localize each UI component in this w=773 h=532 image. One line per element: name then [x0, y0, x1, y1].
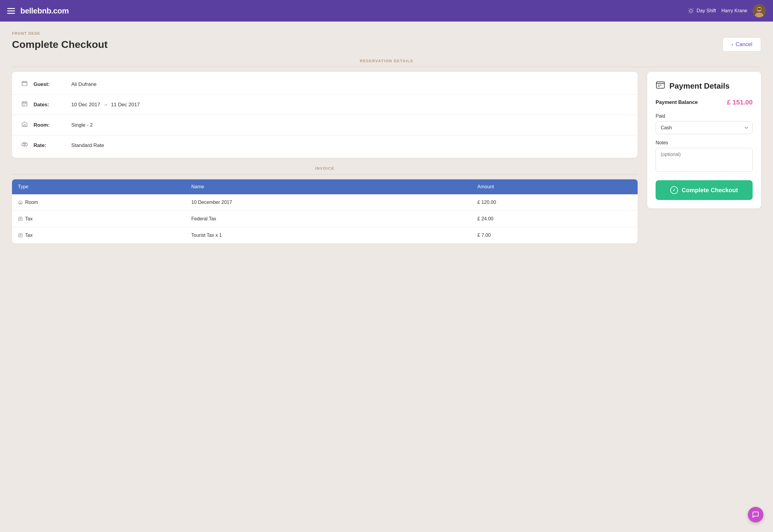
rate-label: Rate: — [34, 143, 66, 148]
notes-label: Notes — [656, 140, 753, 145]
payment-header: Payment Details — [656, 80, 753, 92]
day-shift-toggle[interactable]: Day Shift — [688, 7, 716, 14]
svg-point-0 — [689, 9, 692, 12]
chevron-right-icon: › — [731, 41, 733, 48]
reservation-section-label: RESERVATION DETAILS — [12, 59, 761, 67]
row2-name: Federal Tax — [185, 211, 472, 227]
rate-row: Rate: Standard Rate — [12, 135, 638, 155]
col-type: Type — [12, 179, 185, 194]
svg-rect-13 — [22, 81, 27, 86]
guest-value: Ali Dufrane — [71, 81, 96, 87]
payment-balance-row: Payment Balance £ 151.00 — [656, 98, 753, 106]
svg-line-6 — [693, 13, 693, 13]
hamburger-menu[interactable] — [7, 8, 15, 14]
avatar[interactable] — [753, 4, 766, 17]
dates-value: 10 Dec 2017 → 11 Dec 2017 — [71, 102, 140, 108]
calendar-icon — [20, 101, 29, 109]
chat-icon — [752, 511, 759, 518]
table-row: Tax Federal Tax £ 24.00 — [12, 211, 638, 227]
svg-rect-33 — [20, 203, 21, 204]
payment-card: Payment Details Payment Balance £ 151.00… — [647, 72, 761, 208]
right-column: Payment Details Payment Balance £ 151.00… — [647, 72, 761, 208]
room-value: Single - 2 — [71, 122, 93, 128]
brand-logo: bellebnb.com — [20, 6, 69, 16]
svg-line-8 — [693, 9, 693, 9]
guest-icon — [20, 80, 29, 88]
paid-select[interactable]: Cash Card Bank Transfer — [656, 121, 753, 134]
svg-line-5 — [689, 9, 689, 9]
svg-rect-29 — [23, 143, 25, 144]
svg-rect-12 — [757, 8, 761, 10]
complete-checkout-button[interactable]: ✓ Complete Checkout — [656, 180, 753, 200]
row3-amount: £ 7.00 — [472, 227, 638, 244]
row1-type: Room — [12, 194, 185, 211]
guest-label: Guest: — [34, 81, 66, 87]
payment-details-icon — [656, 80, 665, 92]
row2-amount: £ 24.00 — [472, 211, 638, 227]
cancel-button[interactable]: › Cancel — [723, 37, 761, 51]
sun-icon — [688, 7, 694, 14]
main-layout: Guest: Ali Dufrane — [12, 72, 761, 243]
chat-fab[interactable] — [748, 507, 763, 522]
left-column: Guest: Ali Dufrane — [12, 72, 638, 243]
payment-balance-label: Payment Balance — [656, 99, 698, 105]
check-circle-icon: ✓ — [670, 186, 678, 194]
page-title: Complete Checkout — [12, 39, 107, 50]
date-from: 10 Dec 2017 — [71, 102, 100, 108]
col-amount: Amount — [472, 179, 638, 194]
payment-title: Payment Details — [669, 81, 730, 91]
calculator-icon — [18, 216, 23, 221]
row3-type: Tax — [12, 227, 185, 244]
rate-value: Standard Rate — [71, 143, 104, 148]
date-to: 11 Dec 2017 — [111, 102, 140, 108]
dates-label: Dates: — [34, 102, 66, 108]
svg-rect-26 — [24, 125, 25, 127]
username-label: Harry Krane — [722, 8, 747, 13]
breadcrumb: FRONT DESK — [12, 31, 761, 36]
reservation-card: Guest: Ali Dufrane — [12, 72, 638, 158]
invoice-table: Type Name Amount Room 10 December 2 — [12, 179, 638, 243]
svg-line-7 — [689, 13, 689, 13]
guest-row: Guest: Ali Dufrane — [12, 74, 638, 95]
day-shift-label: Day Shift — [697, 8, 716, 13]
row1-name: 10 December 2017 — [185, 194, 472, 211]
page-content: FRONT DESK Complete Checkout › Cancel RE… — [0, 22, 773, 532]
payment-balance-amount: £ 151.00 — [727, 98, 753, 106]
row1-amount: £ 120.00 — [472, 194, 638, 211]
app-header: bellebnb.com Day Shift Harry Krane — [0, 0, 773, 22]
calculator2-icon — [18, 233, 23, 238]
row3-name: Tourist Tax x 1 — [185, 227, 472, 244]
row2-type: Tax — [12, 211, 185, 227]
room-icon — [20, 121, 29, 129]
home-icon — [18, 200, 23, 205]
table-row: Tax Tourist Tax x 1 £ 7.00 — [12, 227, 638, 244]
header-left: bellebnb.com — [7, 6, 69, 16]
dates-arrow: → — [103, 102, 108, 107]
invoice-section-label: INVOICE — [12, 166, 638, 175]
rate-icon — [20, 141, 29, 149]
page-title-row: Complete Checkout › Cancel — [12, 37, 761, 51]
dates-row: Dates: 10 Dec 2017 → 11 Dec 2017 — [12, 95, 638, 115]
notes-input[interactable] — [656, 148, 753, 172]
table-row: Room 10 December 2017 £ 120.00 — [12, 194, 638, 211]
paid-label: Paid — [656, 113, 753, 119]
col-name: Name — [185, 179, 472, 194]
room-row: Room: Single - 2 — [12, 115, 638, 135]
header-right: Day Shift Harry Krane — [688, 4, 766, 17]
room-label: Room: — [34, 122, 66, 128]
